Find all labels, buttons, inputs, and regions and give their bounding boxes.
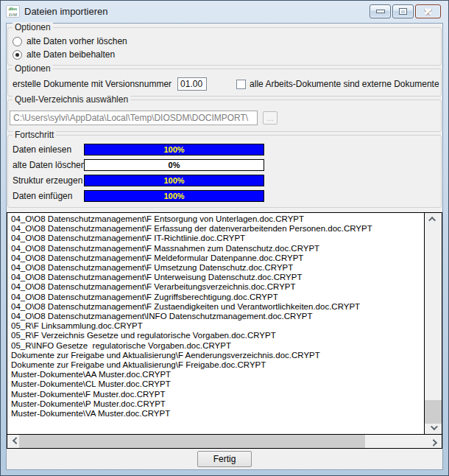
radio-label: alte Daten vorher löschen [26, 36, 127, 46]
list-item[interactable]: 05_R\F Verzeichnis Gesetze und regulator… [11, 331, 424, 340]
progress-bar: 100% [84, 190, 264, 202]
list-item[interactable]: 04_O\O8 Datenschutzmanagement\F IT-Richt… [11, 234, 424, 243]
progress-label: Daten einfügen [13, 191, 72, 201]
list-item[interactable]: Dokumente zur Freigabe und Aktualisierun… [11, 360, 424, 370]
group-label: Fortschritt [13, 130, 56, 140]
list-item[interactable]: 04_O\O8 Datenschutzmanagement\F Meldefor… [11, 253, 424, 263]
file-list-content[interactable]: 04_O\O8 Datenschutzmanagement\F Entsorgu… [7, 213, 425, 434]
external-documents-checkbox-row[interactable]: alle Arbeits-Dokumente sind externe Doku… [236, 79, 439, 89]
group-label: Optionen [13, 22, 53, 32]
group-source-directory: Quell-Verzeichnis auswählen ... [7, 99, 442, 132]
progress-row: Struktur erzeugen 100% [13, 175, 436, 186]
dialog-window: dios DM Dateien importieren Optionen alt… [0, 0, 449, 476]
list-item[interactable]: 04_O\O8 Datenschutzmanagement\F Verarbei… [11, 282, 424, 292]
dialog-client-area: Optionen alte Daten vorher löschen alte … [6, 23, 443, 470]
close-button[interactable] [415, 4, 441, 18]
minimize-button[interactable] [370, 4, 391, 18]
scroll-down-button[interactable] [425, 422, 442, 433]
list-item[interactable]: Dokumente zur Freigabe und Aktualisierun… [11, 351, 424, 360]
title-bar[interactable]: dios DM Dateien importieren [1, 1, 448, 22]
browse-button[interactable]: ... [263, 111, 277, 125]
window-title: Dateien importieren [24, 6, 370, 17]
radio-label: alte Daten beibehalten [26, 49, 115, 60]
minimize-icon [376, 10, 385, 13]
version-label: erstelle Dokumente mit Versionsnummer [13, 79, 172, 89]
scroll-right-button[interactable] [428, 435, 440, 448]
file-list: 04_O\O8 Datenschutzmanagement\F Entsorgu… [7, 212, 442, 449]
radio-icon[interactable] [13, 50, 22, 60]
vertical-scrollbar-thumb[interactable] [425, 400, 442, 424]
list-item[interactable]: 05_R\INFO Gesetze regulatorische Vorgabe… [11, 341, 424, 351]
chevron-down-icon [431, 423, 438, 430]
source-path-input[interactable] [10, 111, 258, 125]
list-item[interactable]: 04_O\O8 Datenschutzmanagement\F Massnahm… [11, 244, 424, 253]
horizontal-scrollbar[interactable] [7, 434, 442, 448]
vertical-scrollbar[interactable] [425, 213, 442, 434]
group-label: Optionen [13, 63, 53, 74]
list-item[interactable]: 04_O\O8 Datenschutzmanagement\F Unterwei… [11, 273, 424, 282]
progress-bar: 100% [84, 175, 264, 186]
progress-label: Daten einlesen [13, 144, 71, 155]
checkbox-icon[interactable] [236, 80, 246, 89]
list-item[interactable]: Muster-Dokumente\VA Muster.doc.CRYPT [11, 409, 424, 419]
group-progress: Fortschritt Daten einlesen 100% alte Dat… [7, 135, 442, 208]
list-item[interactable]: 05_R\F Linksammlung.doc.CRYPT [11, 321, 424, 331]
progress-row: alte Daten löschen 0% [13, 159, 436, 171]
progress-label: Struktur erzeugen [13, 175, 82, 186]
group-label: Quell-Verzeichnis auswählen [13, 94, 130, 105]
progress-bar: 100% [84, 144, 264, 155]
progress-row: Daten einlesen 100% [13, 144, 436, 155]
list-item[interactable]: Muster-Dokumente\AA Muster.doc.CRYPT [11, 370, 424, 379]
maximize-button[interactable] [392, 4, 414, 18]
list-item[interactable]: 04_O\O8 Datenschutzmanagement\F Zugriffs… [11, 293, 424, 302]
progress-label: alte Daten löschen [13, 160, 85, 170]
group-options-version: Optionen erstelle Dokumente mit Versions… [7, 69, 442, 97]
chevron-left-icon [12, 437, 19, 444]
radio-delete-old-data[interactable]: alte Daten vorher löschen [13, 35, 441, 48]
group-options-data: Optionen alte Daten vorher löschen alte … [7, 27, 442, 66]
checkbox-label: alle Arbeits-Dokumente sind externe Doku… [250, 79, 439, 89]
list-item[interactable]: Muster-Dokumente\F Muster.doc.CRYPT [11, 390, 424, 399]
list-item[interactable]: Muster-Dokumente\CL Muster.doc.CRYPT [11, 379, 424, 389]
chevron-up-icon [428, 217, 436, 224]
chevron-right-icon [430, 438, 437, 446]
version-input[interactable] [177, 77, 207, 91]
radio-keep-old-data[interactable]: alte Daten beibehalten [13, 48, 441, 61]
radio-icon[interactable] [13, 37, 22, 46]
maximize-icon [399, 8, 407, 15]
list-item[interactable]: 04_O\O8 Datenschutzmanagement\F Entsorgu… [11, 214, 424, 224]
list-item[interactable]: 04_O\O8 Datenschutzmanagement\F Zustaend… [11, 302, 424, 312]
progress-row: Daten einfügen 100% [13, 190, 436, 202]
progress-bar: 0% [84, 159, 264, 171]
app-icon-text-bottom: DM [9, 12, 17, 18]
horizontal-scrollbar-thumb[interactable] [19, 435, 365, 448]
close-icon [423, 7, 433, 16]
scroll-up-button[interactable] [425, 214, 442, 225]
app-icon-text-top: dios [9, 6, 18, 12]
app-icon: dios DM [6, 5, 20, 18]
list-item[interactable]: 04_O\O8 Datenschutzmanagement\INFO Daten… [11, 312, 424, 321]
window-controls [370, 4, 441, 18]
list-item[interactable]: 04_O\O8 Datenschutzmanagement\F Erfassun… [11, 224, 424, 234]
done-button[interactable]: Fertig [197, 451, 252, 467]
list-item[interactable]: 04_O\O8 Datenschutzmanagement\F Umsetzun… [11, 263, 424, 273]
list-item[interactable]: Muster-Dokumente\P Muster.doc.CRYPT [11, 399, 424, 409]
